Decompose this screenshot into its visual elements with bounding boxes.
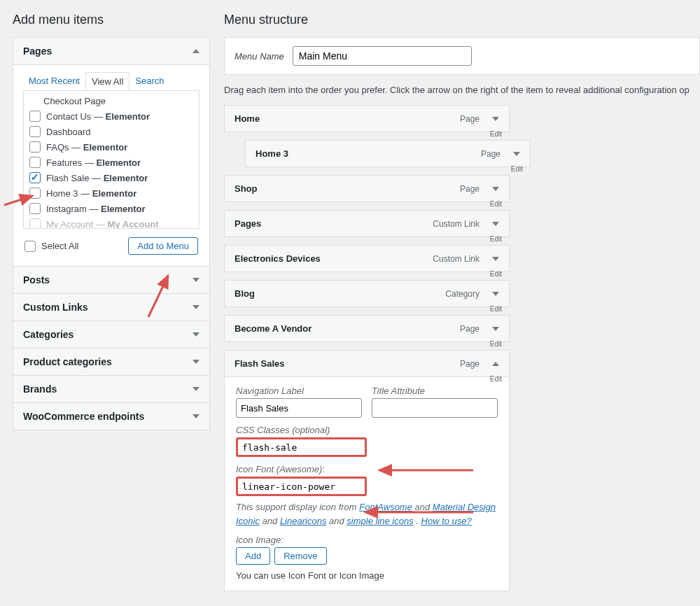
list-item[interactable]: Features — Elementor	[28, 155, 195, 170]
icon-note: You can use Icon Font or Icon Image	[236, 570, 498, 581]
menu-name-input[interactable]	[293, 46, 472, 66]
select-all-checkbox[interactable]	[24, 241, 36, 252]
caret-up-icon	[192, 49, 200, 53]
panel-brands: Brands	[13, 376, 210, 403]
panel-categories: Categories	[13, 321, 210, 348]
panel-pages-header[interactable]: Pages	[13, 38, 209, 65]
caret-down-icon[interactable]	[492, 222, 499, 226]
link-linearicons[interactable]: Linearicons	[280, 516, 327, 526]
page-checkbox-flash-sale[interactable]	[29, 172, 41, 183]
caret-down-icon	[192, 332, 200, 337]
caret-down-icon[interactable]	[492, 257, 499, 261]
panel-product-categories-header[interactable]: Product categories	[13, 348, 209, 375]
list-item[interactable]: Flash Sale — Elementor	[28, 170, 195, 185]
list-item[interactable]: Dashboard	[28, 124, 195, 139]
panel-pages: Pages Most Recent View All Search Checko…	[13, 37, 210, 267]
menu-item-shop[interactable]: Shop Page Edit	[224, 175, 510, 202]
add-to-menu-button[interactable]: Add to Menu	[128, 237, 198, 255]
panel-posts-header[interactable]: Posts	[13, 267, 209, 293]
panel-woocommerce-endpoints: WooCommerce endpoints	[13, 403, 210, 430]
page-checkbox[interactable]	[29, 111, 41, 122]
panel-woocommerce-endpoints-header[interactable]: WooCommerce endpoints	[13, 403, 209, 430]
icon-font-input[interactable]	[236, 477, 367, 496]
menu-item-vendor[interactable]: Become A Vendor Page Edit	[224, 315, 510, 342]
list-item[interactable]: Checkout Page	[28, 94, 195, 108]
icon-font-label: Icon Font (Awesome):	[236, 464, 498, 474]
css-classes-input[interactable]	[236, 437, 367, 457]
panel-posts: Posts	[13, 267, 210, 294]
add-menu-heading: Add menu items	[13, 13, 210, 27]
caret-down-icon[interactable]	[492, 117, 499, 121]
menu-item-flash-sales[interactable]: Flash Sales Page Edit	[224, 350, 510, 377]
list-item[interactable]: Instagram — Elementor	[28, 201, 195, 216]
list-item[interactable]: FAQs — Elementor	[28, 139, 195, 155]
list-item[interactable]: My Account — My Account	[28, 216, 195, 229]
page-checkbox[interactable]	[29, 188, 41, 199]
pages-tabs: Most Recent View All Search	[23, 72, 200, 90]
panel-custom-links: Custom Links	[13, 294, 210, 321]
menu-structure-heading: Menu structure	[224, 13, 700, 27]
add-icon-image-button[interactable]: Add	[236, 547, 270, 565]
css-classes-label: CSS Classes (optional)	[236, 425, 498, 435]
panel-brands-header[interactable]: Brands	[13, 376, 209, 402]
nav-label-input[interactable]	[236, 398, 362, 418]
link-fontawesome[interactable]: FontAwsome	[359, 502, 412, 512]
nav-label-label: Navigation Label	[236, 386, 362, 396]
menu-name-label: Menu Name	[234, 51, 284, 62]
caret-down-icon[interactable]	[492, 327, 499, 331]
select-all-label[interactable]: Select All	[24, 241, 78, 252]
menu-item-home[interactable]: Home Page Edit	[224, 105, 510, 132]
panel-custom-links-header[interactable]: Custom Links	[13, 294, 209, 320]
menu-name-bar: Menu Name	[224, 37, 700, 75]
caret-down-icon[interactable]	[492, 187, 499, 191]
caret-down-icon	[192, 305, 200, 309]
icon-help-text: This support display icon from FontAwsom…	[236, 500, 498, 528]
menu-item-home-3[interactable]: Home 3 Page Edit	[245, 140, 531, 167]
caret-down-icon	[192, 360, 200, 364]
tab-most-recent[interactable]: Most Recent	[23, 72, 85, 90]
icon-image-label: Icon Image:	[236, 535, 498, 545]
panel-product-categories: Product categories	[13, 348, 210, 376]
page-checkbox[interactable]	[29, 126, 41, 137]
caret-down-icon	[192, 278, 200, 282]
page-checkbox[interactable]	[29, 157, 41, 168]
tab-search[interactable]: Search	[130, 72, 169, 90]
caret-down-icon[interactable]	[513, 152, 520, 156]
menu-item-flash-sales-panel: Navigation Label Title Attribute CSS Cla…	[224, 377, 510, 591]
page-checkbox[interactable]	[29, 141, 41, 153]
menu-item-pages[interactable]: Pages Custom Link Edit	[224, 210, 510, 237]
link-how-to-use[interactable]: How to use?	[421, 516, 472, 526]
caret-down-icon	[192, 387, 200, 391]
caret-down-icon[interactable]	[492, 292, 499, 296]
remove-icon-image-button[interactable]: Remove	[274, 547, 326, 565]
page-checkbox[interactable]	[29, 203, 41, 214]
menu-items-list: Home Page Edit Home 3 Page Edit Shop Pag…	[224, 105, 700, 591]
title-attr-label: Title Attribute	[372, 386, 498, 396]
caret-down-icon	[192, 414, 200, 418]
panel-pages-title: Pages	[23, 45, 52, 57]
drag-help-text: Drag each item into the order you prefer…	[224, 85, 700, 95]
menu-item-blog[interactable]: Blog Category Edit	[224, 280, 510, 307]
title-attr-input[interactable]	[372, 398, 498, 418]
pages-list[interactable]: Checkout Page Contact Us — Elementor Das…	[23, 90, 200, 229]
list-item[interactable]: Contact Us — Elementor	[28, 108, 195, 124]
menu-item-electronics[interactable]: Electronics Devices Custom Link Edit	[224, 245, 510, 272]
link-simple-line-icons[interactable]: simple line icons	[346, 516, 413, 526]
list-item[interactable]: Home 3 — Elementor	[28, 185, 195, 201]
caret-up-icon[interactable]	[492, 362, 499, 366]
page-checkbox[interactable]	[29, 218, 41, 229]
tab-view-all[interactable]: View All	[85, 72, 130, 90]
panel-categories-header[interactable]: Categories	[13, 321, 209, 348]
